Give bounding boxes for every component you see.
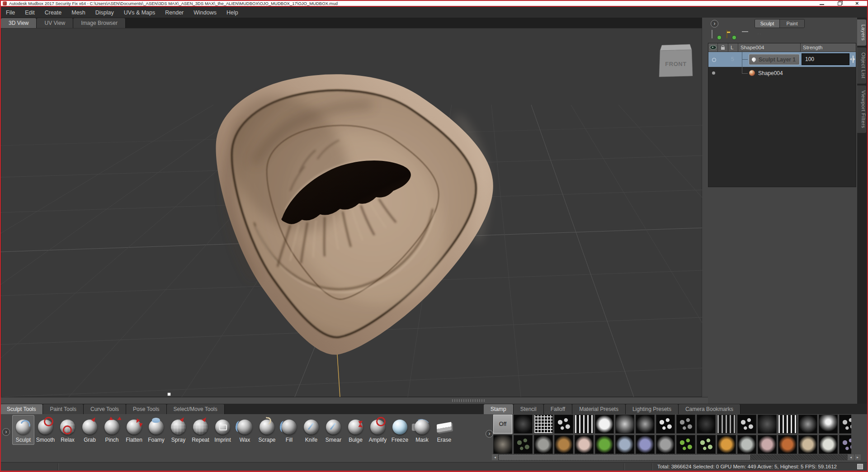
stamp-clumps[interactable] [554, 415, 573, 434]
layer-name-button[interactable]: Sculpt Layer 1 [749, 54, 800, 65]
scroll-right-icon[interactable]: ▸ [854, 454, 861, 460]
title-bar[interactable]: Autodesk Mudbox 2017 Security Fix x64 - … [0, 0, 868, 7]
stamp-pale-foliage[interactable] [697, 435, 716, 454]
viewport-3d-scene[interactable]: FRONT [1, 28, 702, 397]
stamp-vertical-streaks[interactable] [575, 415, 594, 434]
viewport-3d[interactable]: FRONT [1, 28, 702, 397]
stamp-pink-round[interactable] [575, 435, 594, 454]
menu-uvs-maps[interactable]: UVs & Maps [119, 7, 160, 18]
tool-scrape[interactable]: Scrape [256, 415, 278, 445]
tray-tab-pose-tools[interactable]: Pose Tools [126, 404, 166, 414]
edge-tab-viewport-filters[interactable]: Viewport Filters [857, 85, 866, 133]
stamp-cracks[interactable] [737, 415, 756, 434]
tab-image-browser[interactable]: Image Browser [73, 18, 126, 28]
viewport-divider[interactable] [0, 397, 708, 404]
tool-relax[interactable]: Relax [57, 415, 79, 445]
tool-fill[interactable]: Fill [278, 415, 300, 445]
tool-smooth[interactable]: Smooth [34, 415, 57, 445]
tool-tray-expand-button[interactable]: › [2, 428, 10, 436]
stamp-rock-noise[interactable] [798, 415, 817, 434]
tool-smear[interactable]: Smear [322, 415, 344, 445]
mode-tab-sculpt[interactable]: Sculpt [755, 19, 780, 28]
tool-spray[interactable]: Spray [167, 415, 189, 445]
stamp-purple-rocks[interactable] [839, 435, 851, 454]
tray-tab-select-move-tools[interactable]: Select/Move Tools [167, 404, 225, 414]
stamp-brown-crumple[interactable] [554, 435, 573, 454]
tray-tab-falloff[interactable]: Falloff [544, 404, 572, 414]
tool-foamy[interactable]: Foamy [145, 415, 167, 445]
menu-edit[interactable]: Edit [20, 7, 40, 18]
divider-grip[interactable] [452, 399, 485, 402]
stamp-green-leaves[interactable] [676, 435, 695, 454]
tab-3d-view[interactable]: 3D View [1, 18, 37, 28]
tool-amplify[interactable]: Amplify [367, 415, 389, 445]
stamp-gray-rock[interactable] [534, 435, 553, 454]
visibility-dot-icon[interactable] [712, 71, 715, 75]
stamp-pink-speckle-ball[interactable] [758, 435, 777, 454]
stamp-round-noise[interactable] [758, 415, 777, 434]
visibility-toggle-icon[interactable] [712, 58, 716, 62]
layer-mask-button[interactable] [756, 30, 764, 38]
stamp-gradient-dome[interactable] [819, 415, 838, 434]
tab-uv-view[interactable]: UV View [37, 18, 73, 28]
stamp-gray-stripes[interactable] [717, 415, 736, 434]
menu-windows[interactable]: Windows [189, 7, 222, 18]
menu-display[interactable]: Display [90, 7, 119, 18]
tray-tab-lighting-presets[interactable]: Lighting Presets [626, 404, 679, 414]
stamp-woven-grid[interactable] [534, 415, 553, 434]
layer-row-sculpt-layer-1[interactable]: 5 Sculpt Layer 1 100 [708, 52, 856, 67]
stamp-dark-moss[interactable] [514, 435, 533, 454]
strength-slider-handle[interactable] [850, 53, 856, 65]
view-cube[interactable]: FRONT [659, 44, 693, 77]
tray-tab-curve-tools[interactable]: Curve Tools [84, 404, 126, 414]
name-column-header[interactable]: Shape004 [738, 43, 801, 52]
stamp-scatter-noise[interactable] [839, 415, 851, 434]
tray-tab-sculpt-tools[interactable]: Sculpt Tools [0, 404, 43, 414]
sculpt-mesh-shape004[interactable] [207, 74, 493, 354]
stamp-crumple[interactable] [636, 415, 655, 434]
stamp-gray-round[interactable] [656, 435, 675, 454]
visibility-column-header[interactable] [708, 43, 718, 52]
stamp-tray-expand-button[interactable]: › [486, 430, 493, 438]
close-button[interactable]: ✕ [855, 1, 859, 6]
tool-imprint[interactable]: Imprint [212, 415, 234, 445]
tool-freeze[interactable]: Freeze [389, 415, 411, 445]
tray-tab-stamp[interactable]: Stamp [484, 404, 514, 414]
tool-sculpt[interactable]: Sculpt [12, 415, 34, 445]
stamp-soft-blob[interactable] [615, 415, 634, 434]
lock-column-header[interactable] [718, 43, 728, 52]
delete-layer-button[interactable] [741, 30, 750, 38]
scroll-left-icon-2[interactable]: ◂ [848, 454, 854, 460]
tool-repeat[interactable]: Repeat [189, 415, 212, 445]
tray-tab-paint-tools[interactable]: Paint Tools [43, 404, 83, 414]
layers-panel-expand-button[interactable]: › [711, 20, 718, 28]
stamp-white-blob[interactable] [819, 435, 838, 454]
stamp-rust-patch[interactable] [778, 435, 797, 454]
strength-column-header[interactable]: Strength [801, 43, 856, 52]
tray-tab-stencil[interactable]: Stencil [514, 404, 544, 414]
stamp-fine-noise[interactable] [697, 415, 716, 434]
minimize-button[interactable] [820, 2, 824, 5]
edge-tab-layers[interactable]: Layers [857, 19, 866, 46]
tool-grab[interactable]: Grab [79, 415, 101, 445]
vertex-handle[interactable] [167, 392, 171, 396]
tray-tab-material-presets[interactable]: Material Presets [572, 404, 626, 414]
stamp-beige-patch[interactable] [798, 435, 817, 454]
tool-wax[interactable]: Wax [234, 415, 256, 445]
stamp-blur-blob[interactable] [493, 435, 512, 454]
new-layer-button[interactable] [712, 30, 720, 38]
menu-create[interactable]: Create [40, 7, 67, 18]
tool-erase[interactable]: Erase [433, 415, 455, 445]
stamp-off-button[interactable]: Off [493, 415, 512, 434]
restore-button[interactable] [838, 2, 842, 5]
scrollbar-handle[interactable] [499, 455, 750, 460]
stamp-green-moss[interactable] [595, 435, 614, 454]
stamp-orange-honeycomb[interactable] [717, 435, 736, 454]
stamp-strong-bars[interactable] [778, 415, 797, 434]
tool-knife[interactable]: Knife [300, 415, 322, 445]
menu-file[interactable]: File [1, 7, 20, 18]
resize-grip[interactable] [857, 464, 863, 469]
stamp-purple-noise[interactable] [636, 435, 655, 454]
level-column-header[interactable]: L [728, 43, 738, 52]
menu-mesh[interactable]: Mesh [66, 7, 90, 18]
